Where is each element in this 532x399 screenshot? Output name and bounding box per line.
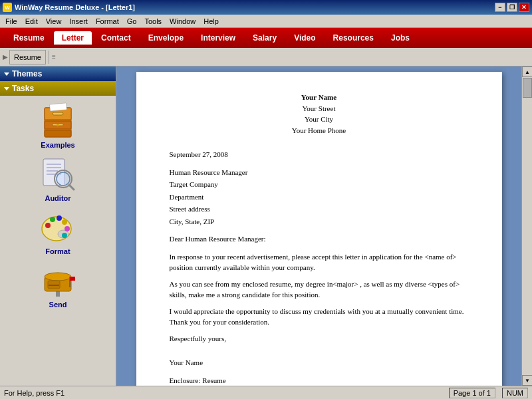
enclosure-text: Enclosure: Resume [170,375,469,386]
app-icon: W [3,3,12,12]
sidebar-item-format[interactable]: Format [18,209,98,255]
recipient-dept: Department [170,192,469,203]
svg-point-23 [62,233,67,238]
svg-rect-29 [70,277,75,281]
para-2: As you can see from my enclosed resume, … [170,279,469,301]
format-label: Format [45,247,70,255]
scroll-up-button[interactable]: ▲ [522,66,532,77]
tasks-collapse-icon [4,87,9,90]
letter-recipient: Human Resource Manager Target Company De… [170,167,469,227]
auditor-icon [38,156,78,192]
sidebar: Themes Tasks [0,66,116,386]
tasks-section-header[interactable]: Tasks [0,81,116,96]
window-title: WinWay Resume Deluxe - [Letter1] [15,3,135,11]
svg-point-21 [62,219,67,225]
letter-body: In response to your recent advertisement… [170,251,469,344]
sidebar-item-auditor[interactable]: Auditor [18,156,98,202]
header-street: Your Street [170,103,469,114]
window-controls: − ❐ ✕ [495,3,529,12]
closing-name: Your Name [170,357,469,368]
tab-video[interactable]: Video [286,31,323,45]
menu-help[interactable]: Help [200,16,223,27]
menu-tools[interactable]: Tools [140,16,166,27]
sidebar-content: Examples Auditor [0,96,116,386]
toolbar-list-icon: ≡ [52,53,56,61]
page-info: Page 1 of 1 [449,388,495,398]
document-page: Your Name Your Street Your City Your Hom… [136,72,502,386]
tab-resume[interactable]: Resume [5,31,53,45]
menu-window[interactable]: Window [166,16,200,27]
minimize-button[interactable]: − [495,3,505,12]
svg-rect-3 [45,130,71,137]
send-label: Send [49,301,67,309]
menu-edit[interactable]: Edit [21,16,42,27]
close-button[interactable]: ✕ [519,3,529,12]
recipient-company: Target Company [170,179,469,190]
svg-rect-30 [49,285,59,286]
toolbar: ▶ Resume ≡ [0,48,532,66]
para-1: In response to your recent advertisement… [170,251,469,273]
svg-point-19 [50,217,55,222]
main-layout: Themes Tasks [0,66,532,386]
letter-salutation: Dear Human Resource Manager: [170,233,469,245]
svg-line-15 [69,185,74,190]
salutation-text: Dear Human Resource Manager: [170,233,469,245]
content-area: Your Name Your Street Your City Your Hom… [116,66,521,386]
recipient-title: Human Resource Manager [170,167,469,178]
menu-file[interactable]: File [1,16,21,27]
menu-bar: File Edit View Insert Format Go Tools Wi… [0,15,532,28]
document-area: Your Name Your Street Your City Your Hom… [116,66,521,386]
title-bar: W WinWay Resume Deluxe - [Letter1] − ❐ ✕ [0,0,532,15]
tab-resources[interactable]: Resources [325,31,382,45]
para-3: I would appreciate the opportunity to di… [170,306,469,328]
sidebar-item-send[interactable]: Send [18,262,98,309]
svg-rect-7 [50,103,67,111]
para-4: Respectfully yours, [170,333,469,344]
tab-interview[interactable]: Interview [193,31,243,45]
scroll-down-button[interactable]: ▼ [522,375,532,386]
resume-toolbar-button[interactable]: Resume [9,50,46,65]
palette-icon [38,209,78,245]
cabinet-icon [38,102,78,139]
recipient-street: Street address [170,203,469,215]
tab-jobs[interactable]: Jobs [383,31,418,45]
svg-point-14 [57,172,70,186]
scroll-track[interactable] [522,77,532,375]
svg-point-22 [65,226,70,231]
mailbox-icon [38,262,78,299]
tasks-label: Tasks [12,84,34,93]
svg-point-18 [45,223,51,228]
toolbar-arrows-icon: ▶ [3,53,8,61]
tab-contact[interactable]: Contact [93,31,139,45]
themes-section-header[interactable]: Themes [0,66,116,81]
status-right: Page 1 of 1 NUM [449,388,528,398]
sidebar-item-examples[interactable]: Examples [18,102,98,149]
letter-enclosure: Enclosure: Resume [170,375,469,386]
menu-format[interactable]: Format [92,16,123,27]
letter-header: Your Name Your Street Your City Your Hom… [170,92,469,136]
vertical-scrollbar: ▲ ▼ [521,66,532,386]
examples-label: Examples [41,141,74,149]
tab-envelope[interactable]: Envelope [140,31,192,45]
tab-salary[interactable]: Salary [245,31,285,45]
svg-point-20 [57,215,62,221]
themes-label: Themes [12,69,42,78]
date-text: September 27, 2008 [170,149,469,160]
header-phone: Your Home Phone [170,125,469,136]
menu-view[interactable]: View [42,16,66,27]
menu-insert[interactable]: Insert [65,16,92,27]
toolbar-divider [49,51,49,64]
header-city: Your City [170,114,469,125]
letter-closing: Your Name [170,357,469,368]
menu-go[interactable]: Go [123,16,141,27]
restore-button[interactable]: ❐ [507,3,517,12]
help-text: For Help, press F1 [4,389,65,397]
auditor-label: Auditor [45,194,70,202]
tab-letter[interactable]: Letter [54,31,92,45]
scroll-thumb[interactable] [523,78,532,98]
nav-bar: Resume Letter Contact Envelope Interview… [0,28,532,48]
svg-rect-4 [53,112,63,115]
recipient-city: City, State, ZIP [170,216,469,227]
num-indicator: NUM [502,388,528,398]
status-bar: For Help, press F1 Page 1 of 1 NUM [0,386,532,399]
